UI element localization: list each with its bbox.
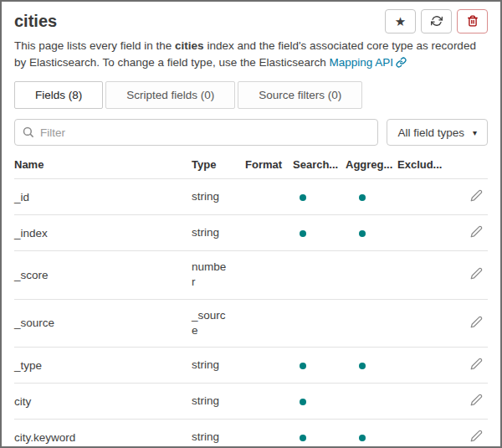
field-aggregatable <box>346 359 397 372</box>
field-name: city.keyword <box>14 431 192 444</box>
star-icon: ★ <box>395 15 406 28</box>
column-header-type: Type <box>192 158 245 171</box>
edit-field-button[interactable] <box>469 265 484 284</box>
tab-bar: Fields (8) Scripted fields (0) Source fi… <box>14 81 488 109</box>
field-aggregatable <box>346 227 397 239</box>
tab-scripted-fields[interactable]: Scripted fields (0) <box>105 81 235 109</box>
delete-index-pattern-button[interactable] <box>457 9 488 33</box>
header-actions: ★ <box>385 9 488 33</box>
filter-input[interactable] <box>14 119 378 146</box>
field-name: _score <box>14 269 192 281</box>
column-header-excluded: Exclud... <box>397 158 459 171</box>
mapping-api-link[interactable]: Mapping API <box>329 56 393 69</box>
field-searchable <box>293 227 346 239</box>
aggregatable-dot <box>359 230 366 237</box>
field-type-dropdown-value: All field types <box>397 126 464 139</box>
tab-fields[interactable]: Fields (8) <box>14 81 103 109</box>
field-table-body: _id string _index string <box>14 179 488 448</box>
index-pattern-page: cities ★ <box>0 0 502 448</box>
table-row: _type string <box>14 348 488 384</box>
table-row: _source _source <box>14 300 488 348</box>
edit-field-button[interactable] <box>469 356 484 374</box>
aggregatable-dot <box>359 363 366 369</box>
field-aggregatable <box>346 431 397 444</box>
refresh-icon <box>431 15 443 28</box>
searchable-dot <box>300 399 306 405</box>
field-searchable <box>293 191 346 203</box>
edit-field-button[interactable] <box>469 314 484 332</box>
edit-field-button[interactable] <box>469 188 484 206</box>
field-searchable <box>293 359 346 372</box>
searchable-dot <box>300 230 306 237</box>
pencil-icon <box>470 316 483 331</box>
filter-row: All field types ▾ <box>14 119 488 146</box>
field-name: _source <box>14 317 192 329</box>
table-row: city.keyword string <box>14 420 488 448</box>
edit-field-button[interactable] <box>469 428 484 446</box>
pencil-icon <box>470 267 483 282</box>
pencil-icon <box>470 225 483 240</box>
field-type: string <box>192 394 228 409</box>
field-searchable <box>293 395 346 408</box>
edit-field-button[interactable] <box>469 224 484 242</box>
page-header: cities ★ <box>14 2 488 36</box>
searchable-dot <box>300 194 306 201</box>
chevron-down-icon: ▾ <box>473 128 477 137</box>
table-row: city string <box>14 384 488 420</box>
pencil-icon <box>470 394 483 409</box>
page-title: cities <box>14 12 57 31</box>
searchable-dot <box>300 363 306 369</box>
table-row: _score number <box>14 251 488 299</box>
pencil-icon <box>470 430 483 445</box>
index-name: cities <box>175 39 204 52</box>
filter-search-box <box>14 119 378 146</box>
field-type: string <box>192 225 228 240</box>
field-searchable <box>293 431 346 444</box>
field-type: number <box>192 260 228 290</box>
pencil-icon <box>470 358 483 373</box>
aggregatable-dot <box>359 194 366 201</box>
field-name: _index <box>14 227 192 239</box>
link-icon <box>396 56 407 73</box>
field-type-dropdown[interactable]: All field types ▾ <box>387 119 488 146</box>
column-header-name: Name <box>14 158 192 171</box>
column-header-format: Format <box>245 158 293 171</box>
field-type: string <box>192 430 228 445</box>
table-row: _id string <box>14 179 488 215</box>
edit-field-button[interactable] <box>469 392 484 410</box>
field-type: string <box>192 189 228 204</box>
column-header-aggregatable: Aggreg... <box>346 158 397 171</box>
field-name: _id <box>14 191 192 203</box>
column-header-searchable: Search... <box>293 158 346 171</box>
field-aggregatable <box>346 191 397 203</box>
tab-source-filters[interactable]: Source filters (0) <box>238 81 362 109</box>
page-description: This page lists every field in the citie… <box>14 38 488 72</box>
field-type: _source <box>192 308 228 338</box>
field-table-header: Name Type Format Search... Aggreg... Exc… <box>14 146 488 179</box>
trash-icon <box>467 15 479 28</box>
set-default-button[interactable]: ★ <box>385 9 416 33</box>
aggregatable-dot <box>359 435 366 441</box>
description-text-before: This page lists every field in the <box>14 39 175 52</box>
table-row: _index string <box>14 215 488 251</box>
pencil-icon <box>470 189 483 204</box>
searchable-dot <box>300 435 306 441</box>
search-icon <box>22 126 34 142</box>
field-name: city <box>14 395 192 408</box>
field-type: string <box>192 358 228 373</box>
refresh-fields-button[interactable] <box>421 9 452 33</box>
field-name: _type <box>14 359 192 372</box>
